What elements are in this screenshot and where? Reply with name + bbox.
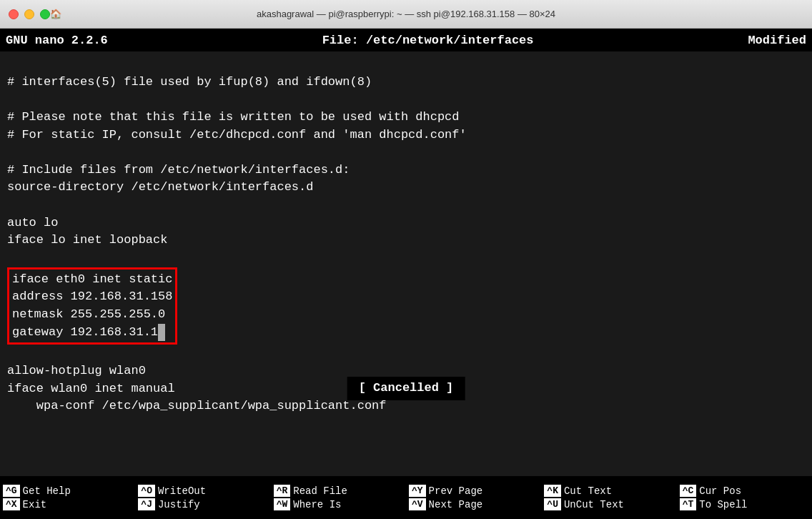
titlebar: 🏠 akashagrawal — pi@raspberrypi: ~ — ssh… [0,0,812,29]
shortcut-get-help[interactable]: ^G Get Help [3,485,71,497]
highlighted-block: iface eth0 inet static address 192.168.3… [7,267,177,345]
shortcut-label-cut-text: Cut Text [564,485,612,497]
shortcut-label-next-page: Next Page [429,499,483,510]
shortcut-label-prev-page: Prev Page [429,485,483,497]
shortcut-label-exit: Exit [23,499,47,510]
shortcut-label-to-spell: To Spell [699,499,747,510]
highlighted-line-1: iface eth0 inet static [12,271,172,289]
shortcut-to-spell[interactable]: ^T To Spell [680,498,748,510]
shortcut-key-y: ^Y [409,485,426,497]
minimize-button[interactable] [24,9,34,19]
shortcut-label-read-file: Read File [293,485,347,497]
shortcut-key-t: ^T [680,498,697,510]
shortcut-where-is[interactable]: ^W Where Is [274,498,342,510]
highlighted-line-2: address 192.168.31.158 [12,288,172,306]
shortcut-justify[interactable]: ^J Justify [138,498,199,510]
shortcut-next-page[interactable]: ^V Next Page [409,498,482,510]
shortcut-writeout[interactable]: ^O WriteOut [138,485,206,497]
shortcut-group-2: ^O WriteOut ^J Justify [135,476,270,519]
shortcut-label-writeout: WriteOut [158,485,206,497]
editor-line [7,56,805,74]
cancelled-banner: [ Cancelled ] [347,377,465,400]
editor-line: # Please note that this file is written … [7,109,805,127]
titlebar-title: akashagrawal — pi@raspberrypi: ~ — ssh p… [257,9,555,19]
nano-header: GNU nano 2.2.6 File: /etc/network/interf… [0,29,812,51]
shortcut-key-o: ^O [138,485,155,497]
editor-line: # For static IP, consult /etc/dhcpcd.con… [7,127,805,144]
shortcut-key-u: ^U [544,498,561,510]
cursor [158,324,165,342]
shortcuts-bar: ^G Get Help ^X Exit ^O WriteOut ^J Justi… [0,476,812,519]
shortcut-key-w: ^W [274,498,291,510]
nano-filename: File: /etc/network/interfaces [322,34,534,47]
editor-line: source-directory /etc/network/interfaces… [7,179,805,197]
editor-line [7,345,805,362]
shortcut-key-g: ^G [3,485,20,497]
terminal-window: GNU nano 2.2.6 File: /etc/network/interf… [0,29,812,519]
shortcut-group-3: ^R Read File ^W Where Is [271,476,406,519]
shortcut-read-file[interactable]: ^R Read File [274,485,347,497]
shortcut-label-get-help: Get Help [23,485,71,497]
editor-line: iface lo inet loopback [7,232,805,249]
shortcut-key-x: ^X [3,498,20,510]
highlighted-line-4: gateway 192.168.31.1 [12,324,172,342]
nano-status: Modified [748,34,806,47]
editor-line [7,197,805,214]
editor-content[interactable]: # interfaces(5) file used by ifup(8) and… [0,51,812,476]
shortcut-group-6: ^C Cur Pos ^T To Spell [677,476,812,519]
shortcut-label-where-is: Where Is [293,499,341,510]
shortcut-prev-page[interactable]: ^Y Prev Page [409,485,482,497]
shortcut-cut-text[interactable]: ^K Cut Text [544,485,612,497]
editor-line: # Include files from /etc/network/interf… [7,162,805,179]
close-button[interactable] [9,9,19,19]
shortcut-key-r: ^R [274,485,291,497]
shortcut-label-justify: Justify [158,499,200,510]
maximize-button[interactable] [40,9,50,19]
editor-line [7,144,805,162]
shortcut-key-c: ^C [680,485,697,497]
editor-line: auto lo [7,214,805,232]
traffic-lights [9,9,50,19]
shortcut-uncut-text[interactable]: ^U UnCut Text [544,498,624,510]
editor-line [7,91,805,109]
shortcut-group-5: ^K Cut Text ^U UnCut Text [541,476,676,519]
shortcut-cur-pos[interactable]: ^C Cur Pos [680,485,741,497]
shortcut-label-cur-pos: Cur Pos [699,485,741,497]
home-icon: 🏠 [50,9,61,20]
shortcut-group-4: ^Y Prev Page ^V Next Page [406,476,541,519]
shortcut-key-k: ^K [544,485,561,497]
editor-line: # interfaces(5) file used by ifup(8) and… [7,74,805,92]
highlighted-line-3: netmask 255.255.255.0 [12,306,172,324]
highlighted-section: iface eth0 inet static address 192.168.3… [7,267,177,345]
shortcut-key-j: ^J [138,498,155,510]
nano-version: GNU nano 2.2.6 [6,34,108,47]
shortcut-label-uncut-text: UnCut Text [564,499,624,510]
shortcut-exit[interactable]: ^X Exit [3,498,46,510]
editor-line [7,249,805,267]
shortcut-key-v: ^V [409,498,426,510]
shortcut-group-1: ^G Get Help ^X Exit [0,476,135,519]
